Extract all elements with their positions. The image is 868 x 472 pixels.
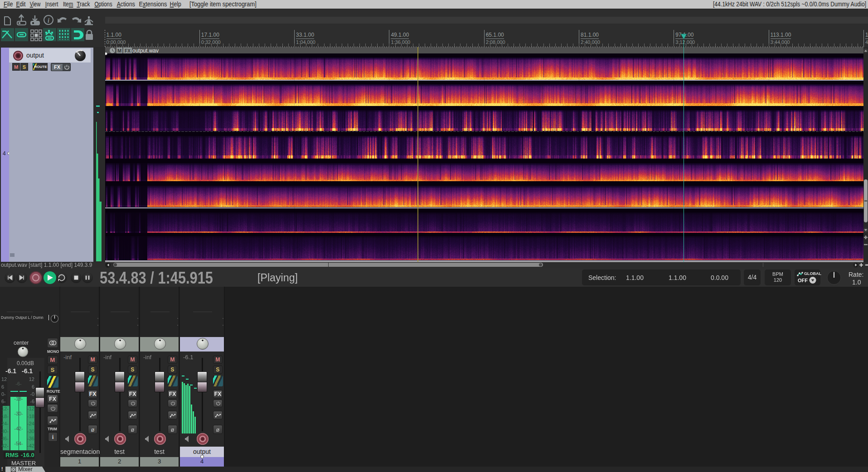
svg-text:i: i [48, 17, 49, 24]
svg-text:[Playing]: [Playing] [257, 272, 298, 284]
svg-text:Extensions: Extensions [139, 0, 167, 8]
svg-text:[44.1kHz 24bit WAV : 0/2ch 512: [44.1kHz 24bit WAV : 0/2ch 512spls ~0.0/… [713, 0, 866, 8]
svg-text:Edit: Edit [16, 0, 26, 8]
svg-text:Actions: Actions [117, 0, 135, 8]
svg-text:53.4.83 / 1:45.915: 53.4.83 / 1:45.915 [100, 269, 213, 287]
svg-text:FX: FX [125, 48, 131, 53]
svg-text:View: View [30, 0, 41, 8]
svg-text:File: File [4, 0, 13, 8]
svg-text:Insert: Insert [45, 0, 58, 8]
svg-text:Item: Item [63, 0, 73, 8]
svg-text:Track: Track [77, 0, 90, 8]
svg-text:M: M [117, 48, 121, 53]
svg-text:Help: Help [170, 0, 181, 8]
svg-text:[Toggle item spectrogram]: [Toggle item spectrogram] [189, 0, 257, 8]
svg-text:Options: Options [95, 0, 112, 8]
